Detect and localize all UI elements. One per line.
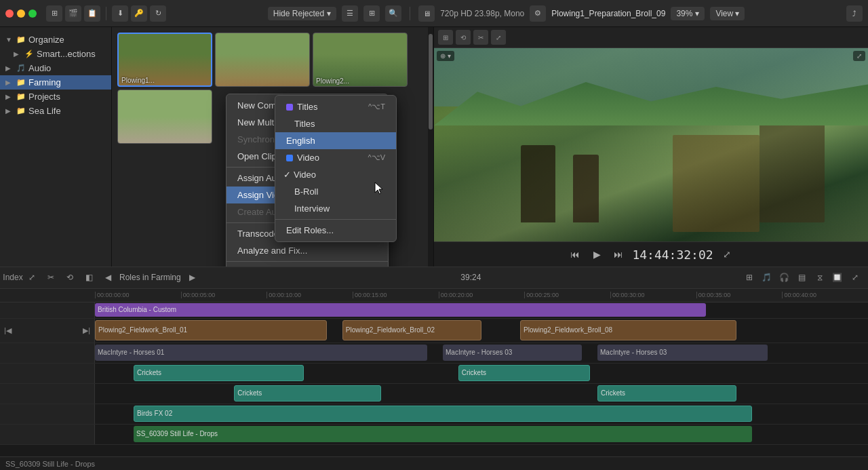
submenu-video-plain-label: Video <box>294 170 316 180</box>
clip-crickets-2b[interactable]: Crickets <box>597 385 736 402</box>
track-video-content: Plowing2_Fieldwork_Broll_01 Plowing2_Fie… <box>95 319 868 342</box>
zoom-dropdown[interactable]: 39% ▾ <box>671 7 705 20</box>
submenu-titles-plain-label: Titles <box>294 119 315 129</box>
clip-horses-01-label: MacIntyre - Horses 01 <box>98 349 164 356</box>
preview-corner-right[interactable]: ⤢ <box>853 51 865 61</box>
tl-zoom-icon[interactable]: ⊞ <box>742 270 757 285</box>
tl-skimmer-icon[interactable]: ⧖ <box>812 270 827 285</box>
submenu-b-roll[interactable]: B-Roll <box>275 183 396 200</box>
menu-analyze-label: Analyze and Fix... <box>237 246 307 256</box>
submenu-video-color[interactable]: Video ^⌥V <box>275 149 396 166</box>
sea-icon: 📁 <box>16 106 26 116</box>
list-view-icon[interactable]: ☰ <box>342 5 358 22</box>
monitor-icon[interactable]: 🖥 <box>418 5 435 22</box>
maximize-button[interactable] <box>28 9 37 18</box>
submenu-titles-color[interactable]: Titles ^⌥T <box>275 98 396 115</box>
sync-icon[interactable]: ↻ <box>150 5 166 22</box>
share-icon[interactable]: ⤴ <box>846 5 863 22</box>
view-button[interactable]: View ▾ <box>710 7 745 20</box>
play-next-button[interactable]: ⏭ <box>610 246 627 262</box>
clip-horses-01[interactable]: MacIntyre - Horses 01 <box>95 345 427 361</box>
tl-snap-icon[interactable]: 🔲 <box>830 270 845 285</box>
preview-btn-1[interactable]: ⊞ <box>438 30 453 45</box>
clip-horses-03b[interactable]: MacIntyre - Horses 03 <box>597 345 768 361</box>
submenu-english[interactable]: English <box>275 132 396 149</box>
menu-analyze[interactable]: Analyze and Fix... <box>226 242 388 259</box>
sidebar-item-projects[interactable]: ▶ 📁 Projects <box>0 90 111 104</box>
tl-headphones-icon[interactable]: 🎧 <box>777 270 792 285</box>
crop-icon: ⊕ <box>440 52 446 60</box>
track-video-nav-next[interactable]: ▶| <box>83 326 90 335</box>
ruler-mark-8: 00:00:40:00 <box>782 292 868 298</box>
timeline-icon[interactable]: 📋 <box>84 5 100 22</box>
submenu-titles-plain[interactable]: Titles <box>275 115 396 132</box>
sidebar-item-audio[interactable]: ▶ 🎵 Audio <box>0 61 111 75</box>
tl-arrow-right[interactable]: ▶ <box>185 270 200 285</box>
preview-btn-4[interactable]: ⤢ <box>491 30 506 45</box>
browser-scrollbar[interactable] <box>428 27 433 267</box>
clip-horses-03a[interactable]: MacIntyre - Horses 03 <box>443 345 582 361</box>
track-video-nav-prev[interactable]: |◀ <box>4 326 12 335</box>
disclosure-audio: ▶ <box>5 64 14 72</box>
tl-tool-1[interactable]: ⤢ <box>24 270 39 285</box>
thumbnail-1[interactable]: Plowing1... <box>117 33 212 87</box>
clip-bc-label: British Columbia - Custom <box>98 306 176 313</box>
clip-drops[interactable]: SS_60309 Still Life - Drops <box>134 426 752 442</box>
fullscreen-button[interactable]: ⤢ <box>719 246 735 262</box>
video-info: 720p HD 23.98p, Mono <box>440 9 524 18</box>
tl-arrow-left[interactable]: ◀ <box>100 270 115 285</box>
close-button[interactable] <box>5 9 14 18</box>
sidebar-item-smart-collections[interactable]: ▶ ⚡ Smart...ections <box>0 47 111 61</box>
clip-birds[interactable]: Birds FX 02 <box>134 406 752 422</box>
tl-tool-4[interactable]: ◧ <box>81 270 96 285</box>
library-icon[interactable]: ⊞ <box>46 5 62 22</box>
menu-reveal[interactable]: Reveal in Finder ⇧⌘R <box>226 264 388 267</box>
tl-audio-icon[interactable]: 🎵 <box>760 270 774 285</box>
ruler-mark-5: 00:00:25:00 <box>524 292 610 298</box>
preview-btn-2[interactable]: ⟲ <box>456 30 471 45</box>
event-browser-icon[interactable]: 🎬 <box>65 5 81 22</box>
play-previous-button[interactable]: ⏮ <box>567 246 583 262</box>
clip-plowing2-02[interactable]: Plowing2_Fieldwork_Broll_02 <box>342 320 481 340</box>
clip-crickets-2a[interactable]: Crickets <box>234 385 381 402</box>
search-icon[interactable]: 🔍 <box>385 5 401 22</box>
submenu-english-label: English <box>286 136 315 146</box>
clip-crickets-1a[interactable]: Crickets <box>134 365 304 381</box>
play-button[interactable]: ▶ <box>589 246 605 262</box>
clip-plowing2-08[interactable]: Plowing2_Fieldwork_Broll_08 <box>520 320 736 340</box>
sidebar: ▼ 📁 Organize ▶ ⚡ Smart...ections ▶ 🎵 Aud… <box>0 27 112 267</box>
disclosure-smart: ▶ <box>14 50 22 58</box>
sidebar-item-farming[interactable]: ▶ 📁 Farming <box>0 75 111 90</box>
clip-crickets-1b[interactable]: Crickets <box>458 365 590 381</box>
clip-bc-custom[interactable]: British Columbia - Custom <box>95 303 706 317</box>
submenu-video-plain[interactable]: ✓ Video <box>275 166 396 183</box>
settings-icon[interactable]: ⚙ <box>530 5 546 22</box>
minimize-button[interactable] <box>17 9 25 18</box>
hide-rejected-label: Hide Rejected <box>273 9 324 18</box>
preview-corner-left[interactable]: ⊕ ▾ <box>437 51 454 61</box>
hide-rejected-dropdown[interactable]: Hide Rejected ▾ <box>268 7 336 20</box>
submenu-b-roll-label: B-Roll <box>294 187 318 197</box>
preview-btn-3[interactable]: ✂ <box>473 30 488 45</box>
submenu-titles-shortcut: ^⌥T <box>368 102 385 111</box>
submenu-titles-color-label: Titles <box>297 102 318 112</box>
tl-view-icon[interactable]: ▤ <box>795 270 810 285</box>
thumbnail-3[interactable]: Plowing2... <box>313 33 408 87</box>
clip-plowing2-02-label: Plowing2_Fieldwork_Broll_02 <box>346 326 435 334</box>
grid-view-icon[interactable]: ⊞ <box>363 5 380 22</box>
thumbnail-2[interactable] <box>215 33 310 87</box>
menu-sep-3 <box>226 261 388 262</box>
key-icon[interactable]: 🔑 <box>131 5 147 22</box>
tl-tool-3[interactable]: ⟲ <box>62 270 77 285</box>
track-crickets-1-label <box>0 364 95 383</box>
submenu-interview[interactable]: Interview <box>275 200 396 217</box>
index-button[interactable]: Index <box>5 270 20 285</box>
tl-expand-icon[interactable]: ⤢ <box>848 270 863 285</box>
tl-tool-2[interactable]: ✂ <box>43 270 58 285</box>
submenu-edit-roles[interactable]: Edit Roles... <box>275 222 396 239</box>
thumbnail-4[interactable] <box>117 90 212 144</box>
clip-plowing2-01[interactable]: Plowing2_Fieldwork_Broll_01 <box>95 320 327 340</box>
download-icon[interactable]: ⬇ <box>112 5 128 22</box>
sidebar-item-organize[interactable]: ▼ 📁 Organize <box>0 33 111 47</box>
sidebar-item-sea-life[interactable]: ▶ 📁 Sea Life <box>0 104 111 118</box>
